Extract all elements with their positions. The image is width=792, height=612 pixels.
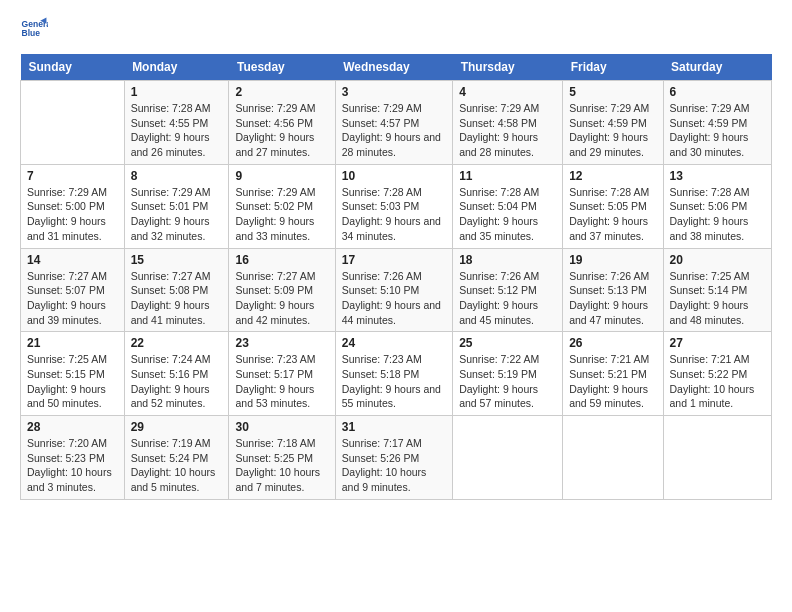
day-info: Sunrise: 7:25 AMSunset: 5:15 PMDaylight:… <box>27 352 118 411</box>
day-info: Sunrise: 7:26 AMSunset: 5:13 PMDaylight:… <box>569 269 656 328</box>
day-number: 10 <box>342 169 446 183</box>
calendar-cell: 8Sunrise: 7:29 AMSunset: 5:01 PMDaylight… <box>124 164 229 248</box>
day-number: 26 <box>569 336 656 350</box>
day-info: Sunrise: 7:28 AMSunset: 5:05 PMDaylight:… <box>569 185 656 244</box>
day-info: Sunrise: 7:29 AMSunset: 4:57 PMDaylight:… <box>342 101 446 160</box>
calendar-cell: 29Sunrise: 7:19 AMSunset: 5:24 PMDayligh… <box>124 416 229 500</box>
day-number: 20 <box>670 253 765 267</box>
day-number: 16 <box>235 253 328 267</box>
day-info: Sunrise: 7:24 AMSunset: 5:16 PMDaylight:… <box>131 352 223 411</box>
day-info: Sunrise: 7:29 AMSunset: 4:59 PMDaylight:… <box>670 101 765 160</box>
col-header-friday: Friday <box>563 54 663 81</box>
day-number: 28 <box>27 420 118 434</box>
day-info: Sunrise: 7:23 AMSunset: 5:17 PMDaylight:… <box>235 352 328 411</box>
day-number: 3 <box>342 85 446 99</box>
week-row-4: 21Sunrise: 7:25 AMSunset: 5:15 PMDayligh… <box>21 332 772 416</box>
calendar-cell <box>663 416 771 500</box>
logo-icon: General Blue <box>20 16 48 44</box>
logo: General Blue <box>20 16 52 44</box>
day-info: Sunrise: 7:29 AMSunset: 4:58 PMDaylight:… <box>459 101 556 160</box>
day-number: 23 <box>235 336 328 350</box>
day-info: Sunrise: 7:27 AMSunset: 5:07 PMDaylight:… <box>27 269 118 328</box>
day-info: Sunrise: 7:29 AMSunset: 5:00 PMDaylight:… <box>27 185 118 244</box>
calendar-cell: 16Sunrise: 7:27 AMSunset: 5:09 PMDayligh… <box>229 248 335 332</box>
header: General Blue <box>20 16 772 44</box>
day-number: 27 <box>670 336 765 350</box>
calendar-cell: 3Sunrise: 7:29 AMSunset: 4:57 PMDaylight… <box>335 81 452 165</box>
col-header-wednesday: Wednesday <box>335 54 452 81</box>
calendar-cell: 26Sunrise: 7:21 AMSunset: 5:21 PMDayligh… <box>563 332 663 416</box>
day-info: Sunrise: 7:18 AMSunset: 5:25 PMDaylight:… <box>235 436 328 495</box>
day-number: 4 <box>459 85 556 99</box>
day-info: Sunrise: 7:17 AMSunset: 5:26 PMDaylight:… <box>342 436 446 495</box>
calendar-cell: 9Sunrise: 7:29 AMSunset: 5:02 PMDaylight… <box>229 164 335 248</box>
week-row-2: 7Sunrise: 7:29 AMSunset: 5:00 PMDaylight… <box>21 164 772 248</box>
day-info: Sunrise: 7:21 AMSunset: 5:21 PMDaylight:… <box>569 352 656 411</box>
day-info: Sunrise: 7:27 AMSunset: 5:08 PMDaylight:… <box>131 269 223 328</box>
calendar-cell: 1Sunrise: 7:28 AMSunset: 4:55 PMDaylight… <box>124 81 229 165</box>
day-number: 18 <box>459 253 556 267</box>
svg-text:Blue: Blue <box>22 28 41 38</box>
day-number: 13 <box>670 169 765 183</box>
calendar-cell: 21Sunrise: 7:25 AMSunset: 5:15 PMDayligh… <box>21 332 125 416</box>
calendar-table: SundayMondayTuesdayWednesdayThursdayFrid… <box>20 54 772 500</box>
day-info: Sunrise: 7:20 AMSunset: 5:23 PMDaylight:… <box>27 436 118 495</box>
calendar-cell: 17Sunrise: 7:26 AMSunset: 5:10 PMDayligh… <box>335 248 452 332</box>
day-info: Sunrise: 7:22 AMSunset: 5:19 PMDaylight:… <box>459 352 556 411</box>
day-info: Sunrise: 7:28 AMSunset: 5:04 PMDaylight:… <box>459 185 556 244</box>
day-info: Sunrise: 7:28 AMSunset: 5:03 PMDaylight:… <box>342 185 446 244</box>
calendar-cell: 7Sunrise: 7:29 AMSunset: 5:00 PMDaylight… <box>21 164 125 248</box>
calendar-cell: 20Sunrise: 7:25 AMSunset: 5:14 PMDayligh… <box>663 248 771 332</box>
calendar-cell: 4Sunrise: 7:29 AMSunset: 4:58 PMDaylight… <box>453 81 563 165</box>
day-number: 17 <box>342 253 446 267</box>
day-number: 9 <box>235 169 328 183</box>
calendar-cell: 31Sunrise: 7:17 AMSunset: 5:26 PMDayligh… <box>335 416 452 500</box>
calendar-cell <box>563 416 663 500</box>
calendar-cell: 19Sunrise: 7:26 AMSunset: 5:13 PMDayligh… <box>563 248 663 332</box>
day-info: Sunrise: 7:29 AMSunset: 5:01 PMDaylight:… <box>131 185 223 244</box>
day-number: 12 <box>569 169 656 183</box>
day-info: Sunrise: 7:21 AMSunset: 5:22 PMDaylight:… <box>670 352 765 411</box>
calendar-cell: 13Sunrise: 7:28 AMSunset: 5:06 PMDayligh… <box>663 164 771 248</box>
calendar-cell: 2Sunrise: 7:29 AMSunset: 4:56 PMDaylight… <box>229 81 335 165</box>
day-number: 19 <box>569 253 656 267</box>
calendar-cell: 22Sunrise: 7:24 AMSunset: 5:16 PMDayligh… <box>124 332 229 416</box>
calendar-cell: 27Sunrise: 7:21 AMSunset: 5:22 PMDayligh… <box>663 332 771 416</box>
week-row-5: 28Sunrise: 7:20 AMSunset: 5:23 PMDayligh… <box>21 416 772 500</box>
calendar-cell: 18Sunrise: 7:26 AMSunset: 5:12 PMDayligh… <box>453 248 563 332</box>
day-number: 24 <box>342 336 446 350</box>
calendar-cell: 6Sunrise: 7:29 AMSunset: 4:59 PMDaylight… <box>663 81 771 165</box>
col-header-thursday: Thursday <box>453 54 563 81</box>
day-number: 6 <box>670 85 765 99</box>
col-header-saturday: Saturday <box>663 54 771 81</box>
calendar-cell: 15Sunrise: 7:27 AMSunset: 5:08 PMDayligh… <box>124 248 229 332</box>
col-header-monday: Monday <box>124 54 229 81</box>
calendar-cell: 24Sunrise: 7:23 AMSunset: 5:18 PMDayligh… <box>335 332 452 416</box>
day-info: Sunrise: 7:29 AMSunset: 5:02 PMDaylight:… <box>235 185 328 244</box>
day-info: Sunrise: 7:26 AMSunset: 5:10 PMDaylight:… <box>342 269 446 328</box>
day-info: Sunrise: 7:27 AMSunset: 5:09 PMDaylight:… <box>235 269 328 328</box>
day-number: 8 <box>131 169 223 183</box>
day-info: Sunrise: 7:19 AMSunset: 5:24 PMDaylight:… <box>131 436 223 495</box>
day-number: 25 <box>459 336 556 350</box>
col-header-sunday: Sunday <box>21 54 125 81</box>
day-number: 11 <box>459 169 556 183</box>
day-info: Sunrise: 7:26 AMSunset: 5:12 PMDaylight:… <box>459 269 556 328</box>
calendar-cell: 28Sunrise: 7:20 AMSunset: 5:23 PMDayligh… <box>21 416 125 500</box>
day-info: Sunrise: 7:29 AMSunset: 4:56 PMDaylight:… <box>235 101 328 160</box>
calendar-cell: 23Sunrise: 7:23 AMSunset: 5:17 PMDayligh… <box>229 332 335 416</box>
day-number: 5 <box>569 85 656 99</box>
week-row-3: 14Sunrise: 7:27 AMSunset: 5:07 PMDayligh… <box>21 248 772 332</box>
day-number: 21 <box>27 336 118 350</box>
day-number: 31 <box>342 420 446 434</box>
calendar-cell: 11Sunrise: 7:28 AMSunset: 5:04 PMDayligh… <box>453 164 563 248</box>
calendar-cell: 25Sunrise: 7:22 AMSunset: 5:19 PMDayligh… <box>453 332 563 416</box>
day-number: 30 <box>235 420 328 434</box>
week-row-1: 1Sunrise: 7:28 AMSunset: 4:55 PMDaylight… <box>21 81 772 165</box>
calendar-cell: 14Sunrise: 7:27 AMSunset: 5:07 PMDayligh… <box>21 248 125 332</box>
day-info: Sunrise: 7:29 AMSunset: 4:59 PMDaylight:… <box>569 101 656 160</box>
day-info: Sunrise: 7:28 AMSunset: 5:06 PMDaylight:… <box>670 185 765 244</box>
calendar-cell: 12Sunrise: 7:28 AMSunset: 5:05 PMDayligh… <box>563 164 663 248</box>
calendar-cell: 5Sunrise: 7:29 AMSunset: 4:59 PMDaylight… <box>563 81 663 165</box>
day-number: 7 <box>27 169 118 183</box>
